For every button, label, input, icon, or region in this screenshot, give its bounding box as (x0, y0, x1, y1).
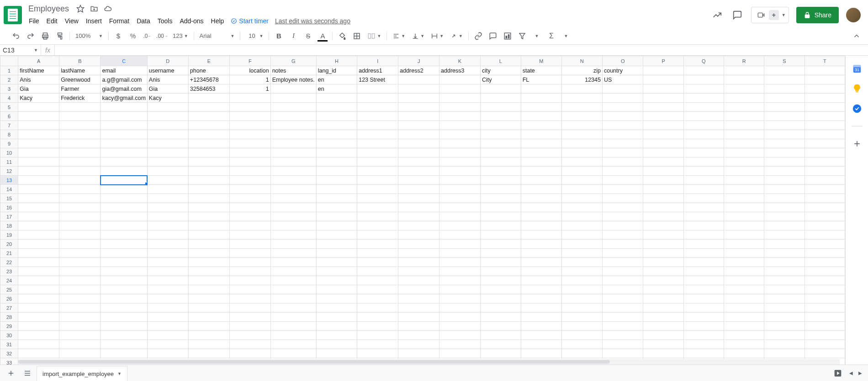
cell[interactable] (101, 322, 147, 331)
cell[interactable] (643, 285, 683, 294)
increase-decimal-button[interactable]: .00→ (155, 30, 169, 42)
cell[interactable] (602, 194, 643, 203)
cell[interactable] (270, 230, 316, 240)
cell[interactable] (188, 331, 229, 340)
cell[interactable] (602, 130, 643, 139)
cell[interactable] (561, 167, 602, 176)
text-wrap-button[interactable]: ▼ (428, 30, 446, 42)
row-header[interactable]: 8 (0, 130, 18, 139)
cell[interactable] (683, 267, 724, 276)
cell[interactable] (804, 340, 845, 349)
cell[interactable] (357, 176, 398, 185)
cell[interactable] (398, 230, 439, 240)
cell[interactable] (683, 157, 724, 167)
cell[interactable] (147, 157, 188, 167)
cell[interactable] (101, 340, 147, 349)
activity-icon[interactable] (711, 9, 724, 21)
column-header[interactable]: A (18, 56, 59, 66)
italic-button[interactable]: I (286, 30, 300, 42)
cell[interactable] (398, 185, 439, 194)
cell[interactable] (764, 294, 804, 303)
cell[interactable] (316, 139, 357, 148)
collapse-toolbar-button[interactable] (850, 30, 863, 42)
cell[interactable] (316, 267, 357, 276)
cell[interactable]: Anis (147, 75, 188, 84)
cell[interactable] (230, 331, 271, 340)
cell[interactable] (643, 230, 683, 240)
cell[interactable] (439, 249, 481, 258)
cell[interactable] (270, 130, 316, 139)
cell[interactable] (724, 240, 764, 249)
cell[interactable] (59, 349, 101, 358)
cell[interactable] (643, 185, 683, 194)
cell[interactable] (561, 285, 602, 294)
cell[interactable] (683, 249, 724, 258)
cell[interactable] (561, 240, 602, 249)
cell[interactable] (480, 121, 521, 130)
cell[interactable] (270, 212, 316, 221)
cell[interactable] (18, 112, 59, 121)
cell[interactable] (188, 276, 229, 285)
column-header[interactable]: S (764, 56, 804, 66)
cell[interactable] (521, 258, 561, 267)
cell[interactable] (270, 294, 316, 303)
cell[interactable] (683, 331, 724, 340)
cell[interactable] (480, 322, 521, 331)
cell[interactable] (561, 313, 602, 322)
cell[interactable] (59, 139, 101, 148)
cell[interactable] (521, 294, 561, 303)
cell[interactable] (439, 75, 481, 84)
cell[interactable] (643, 267, 683, 276)
cell[interactable]: country (602, 66, 643, 75)
cell[interactable] (270, 194, 316, 203)
cell[interactable] (643, 276, 683, 285)
cell[interactable]: a.g@gmail.com (101, 75, 147, 84)
cell[interactable] (18, 139, 59, 148)
cell[interactable]: 1 (230, 75, 271, 84)
cell[interactable] (101, 148, 147, 157)
font-size-select[interactable]: 10▼ (243, 30, 266, 42)
star-icon[interactable] (76, 5, 85, 13)
add-sidepanel-icon[interactable] (852, 138, 863, 149)
cell[interactable] (101, 112, 147, 121)
cell[interactable] (602, 176, 643, 185)
cell[interactable] (18, 167, 59, 176)
row-header[interactable]: 2 (0, 75, 18, 84)
cell[interactable] (230, 340, 271, 349)
cell[interactable] (398, 322, 439, 331)
cell[interactable] (398, 167, 439, 176)
cell[interactable] (643, 303, 683, 313)
cell[interactable] (521, 221, 561, 230)
cell[interactable] (18, 340, 59, 349)
cell[interactable] (683, 240, 724, 249)
cell[interactable] (602, 112, 643, 121)
cell[interactable] (724, 303, 764, 313)
cell[interactable] (398, 212, 439, 221)
cell[interactable] (59, 148, 101, 157)
cell[interactable] (480, 267, 521, 276)
cell[interactable]: gia@gmail.com (101, 84, 147, 94)
cell[interactable] (602, 294, 643, 303)
cell[interactable] (643, 112, 683, 121)
cell[interactable] (804, 322, 845, 331)
cell[interactable] (188, 167, 229, 176)
account-avatar[interactable] (846, 8, 861, 22)
cell[interactable] (270, 322, 316, 331)
add-sheet-button[interactable] (4, 367, 18, 380)
cell[interactable] (59, 212, 101, 221)
cell[interactable] (643, 103, 683, 112)
cell[interactable]: city (480, 66, 521, 75)
cell[interactable] (316, 94, 357, 103)
cell[interactable] (602, 167, 643, 176)
cell[interactable] (439, 340, 481, 349)
name-box[interactable]: C13▼ (0, 45, 41, 55)
menu-format[interactable]: Format (106, 16, 132, 26)
cell[interactable] (480, 303, 521, 313)
cell[interactable] (764, 221, 804, 230)
cell[interactable] (357, 249, 398, 258)
bold-button[interactable]: B (272, 30, 286, 42)
cell[interactable] (316, 285, 357, 294)
cell[interactable] (643, 331, 683, 340)
cell[interactable] (147, 221, 188, 230)
cell[interactable]: City (480, 75, 521, 84)
